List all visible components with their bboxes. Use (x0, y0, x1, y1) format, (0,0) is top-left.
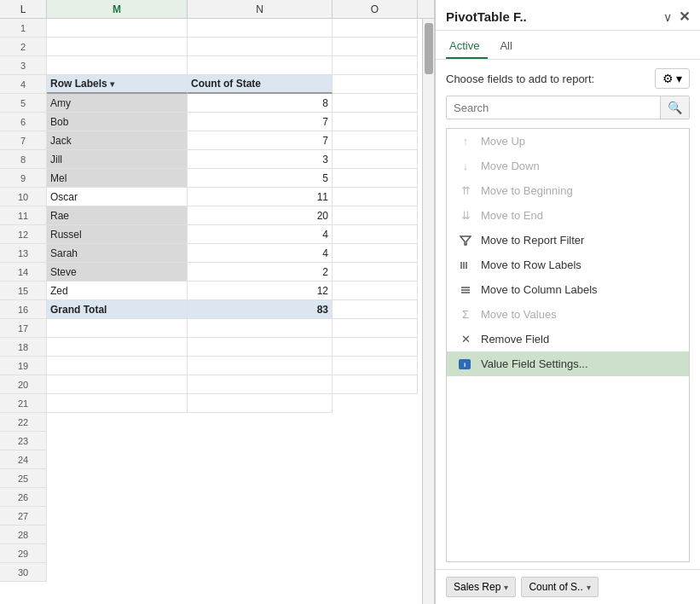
pivot-val-rae: 20 (188, 206, 333, 225)
gear-button[interactable]: ⚙ ▾ (655, 68, 690, 89)
search-icon[interactable]: 🔍 (660, 96, 689, 119)
row-num-28: 28 (0, 526, 47, 544)
pivot-row-mel: Mel (47, 169, 188, 188)
panel-collapse-button[interactable]: ∨ (663, 10, 672, 24)
pivot-val-sarah: 4 (188, 244, 333, 263)
search-input[interactable] (447, 97, 660, 119)
menu-item-remove-field-label: Remove Field (481, 333, 549, 346)
cell-o1 (333, 19, 418, 38)
chip-sales-rep[interactable]: Sales Rep ▾ (446, 577, 516, 597)
scrollbar-thumb[interactable] (425, 23, 433, 74)
tab-all[interactable]: All (496, 36, 520, 59)
move-beginning-icon: ⇈ (459, 184, 472, 197)
grand-total-value: 83 (188, 300, 333, 319)
menu-item-value-field-settings[interactable]: i Value Field Settings... (447, 351, 689, 376)
context-menu: ↑ Move Up ↓ Move Down ⇈ Move to Beginnin… (446, 128, 690, 562)
menu-item-move-end-label: Move to End (481, 209, 543, 222)
tab-active[interactable]: Active (446, 36, 488, 59)
pivot-val-jill: 3 (188, 150, 333, 169)
move-up-icon: ↑ (459, 135, 472, 148)
pivot-names-col: Row Labels ▾ Amy Bob Jack Jill Mel Oscar… (47, 19, 188, 604)
menu-item-report-filter[interactable]: Move to Report Filter (447, 228, 689, 253)
pivot-val-zed: 12 (188, 282, 333, 300)
col-o (333, 19, 418, 604)
pivot-row-jack: Jack (47, 131, 188, 150)
menu-item-move-down[interactable]: ↓ Move Down (447, 154, 689, 178)
pivot-row-russel: Russel (47, 225, 188, 244)
menu-item-move-down-label: Move Down (481, 160, 540, 172)
pivot-val-jack: 7 (188, 131, 333, 150)
menu-item-move-beginning-label: Move to Beginning (481, 184, 573, 197)
menu-item-move-up[interactable]: ↑ Move Up (447, 129, 689, 154)
values-icon: Σ (459, 308, 472, 321)
panel-close-button[interactable]: ✕ (679, 9, 690, 25)
menu-item-remove-field[interactable]: ✕ Remove Field (447, 327, 689, 351)
row-num-2: 2 (0, 38, 47, 56)
menu-item-value-field-settings-label: Value Field Settings... (481, 357, 588, 370)
cell-o6 (333, 113, 418, 131)
choose-fields-label: Choose fields to add to report: ⚙ ▾ (446, 68, 690, 89)
cell-o16 (333, 300, 418, 319)
row-num-14: 14 (0, 263, 47, 282)
menu-item-col-labels[interactable]: Move to Column Labels (447, 277, 689, 302)
panel-body: Choose fields to add to report: ⚙ ▾ 🔍 ↑ … (436, 60, 700, 569)
cell-o14 (333, 263, 418, 282)
row-num-8: 8 (0, 150, 47, 169)
panel-footer: Sales Rep ▾ Count of S.. ▾ (436, 569, 700, 604)
cell-o15 (333, 282, 418, 300)
row-num-18: 18 (0, 338, 47, 357)
column-headers: L M N O (0, 0, 434, 19)
pivot-row-steve: Steve (47, 263, 188, 282)
cell-o12 (333, 225, 418, 244)
row-num-16: 16 (0, 300, 47, 319)
row-num-20: 20 (0, 375, 47, 394)
menu-item-move-beginning[interactable]: ⇈ Move to Beginning (447, 178, 689, 203)
cell-m-after1 (47, 319, 188, 338)
pivot-val-bob: 7 (188, 113, 333, 131)
cell-o20 (333, 375, 418, 394)
pivot-row-rae: Rae (47, 206, 188, 225)
row-labels-icon (459, 259, 472, 271)
pivot-val-oscar: 11 (188, 188, 333, 206)
cell-n-after5 (188, 394, 333, 413)
chip-count-of-s[interactable]: Count of S.. ▾ (521, 577, 598, 597)
cell-m-after5 (47, 394, 188, 413)
cell-n-after4 (188, 375, 333, 394)
menu-item-values[interactable]: Σ Move to Values (447, 302, 689, 327)
col-header-O: O (333, 0, 418, 18)
filter-icon[interactable]: ▾ (110, 79, 114, 89)
cell-o2 (333, 38, 418, 56)
menu-item-values-label: Move to Values (481, 308, 557, 321)
row-num-1: 1 (0, 19, 47, 38)
cell-o10 (333, 188, 418, 206)
pivot-val-steve: 2 (188, 263, 333, 282)
row-num-6: 6 (0, 113, 47, 131)
cell-m3 (47, 56, 188, 75)
chip-sales-rep-arrow: ▾ (504, 583, 508, 592)
menu-item-move-end[interactable]: ⇊ Move to End (447, 203, 689, 228)
cell-n-after3 (188, 357, 333, 375)
menu-item-col-labels-label: Move to Column Labels (481, 283, 598, 296)
row-num-5: 5 (0, 94, 47, 113)
menu-item-row-labels[interactable]: Move to Row Labels (447, 253, 689, 277)
row-num-29: 29 (0, 544, 47, 563)
chip-count-of-s-arrow: ▾ (587, 583, 591, 592)
cell-o7 (333, 131, 418, 150)
cell-o19 (333, 357, 418, 375)
cell-n-after2 (188, 338, 333, 357)
cell-n2 (188, 38, 333, 56)
row-num-25: 25 (0, 469, 47, 488)
cell-o5 (333, 94, 418, 113)
scrollbar[interactable] (422, 19, 434, 604)
pivot-row-zed: Zed (47, 282, 188, 300)
report-filter-icon (459, 235, 472, 247)
search-box: 🔍 (446, 96, 690, 119)
pivot-val-russel: 4 (188, 225, 333, 244)
pivot-values-col: Count of State 8 7 7 3 5 11 20 4 4 2 12 … (188, 19, 333, 604)
col-header-L: L (0, 0, 47, 18)
row-num-19: 19 (0, 357, 47, 375)
cell-o8 (333, 150, 418, 169)
row-num-10: 10 (0, 188, 47, 206)
move-down-icon: ↓ (459, 160, 472, 172)
cell-m-after4 (47, 375, 188, 394)
